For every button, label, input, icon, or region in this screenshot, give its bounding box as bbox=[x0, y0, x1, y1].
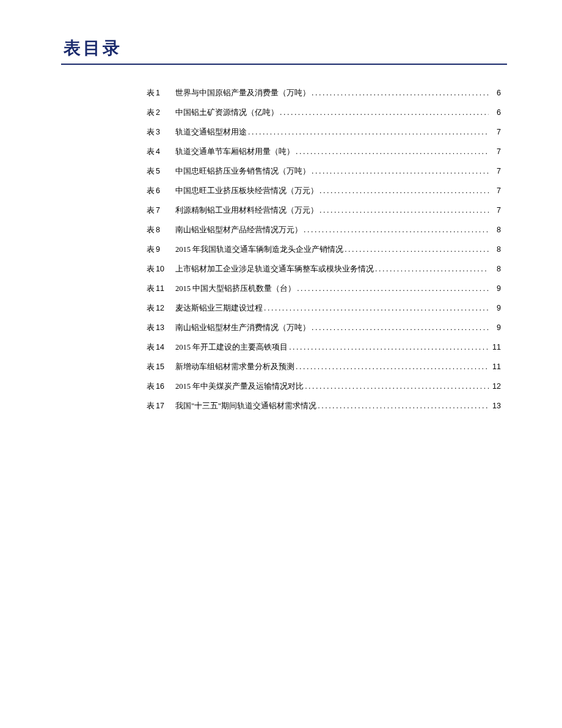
toc-entry-number: 12 bbox=[156, 304, 164, 312]
toc-entry-title: 2015 年开工建设的主要高铁项目 bbox=[175, 344, 288, 351]
toc-entry-page: 8 bbox=[490, 226, 501, 234]
toc-entry-page: 8 bbox=[490, 246, 501, 254]
toc-entry[interactable]: 表1世界与中国原铝产量及消费量（万吨）.....................… bbox=[147, 89, 501, 109]
toc-leader-dots: ........................................… bbox=[296, 148, 489, 156]
toc-entry-prefix: 表 bbox=[147, 363, 155, 371]
toc-entry-prefix: 表 bbox=[147, 324, 155, 332]
toc-entry[interactable]: 表6中国忠旺工业挤压板块经营情况（万元）....................… bbox=[147, 187, 501, 207]
toc-entry-title: 2015 年中美煤炭产量及运输情况对比 bbox=[175, 383, 304, 391]
toc-entry-prefix: 表 bbox=[147, 89, 155, 97]
toc-leader-dots: ........................................… bbox=[304, 226, 489, 234]
toc-entry-number: 4 bbox=[156, 148, 164, 156]
toc-entry-number: 7 bbox=[156, 207, 164, 215]
toc-entry-prefix: 表 bbox=[147, 187, 155, 195]
toc-entry-prefix: 表 bbox=[147, 265, 155, 273]
toc-heading: 表目录 bbox=[61, 37, 507, 60]
toc-leader-dots: ........................................… bbox=[280, 109, 489, 117]
toc-entry-prefix: 表 bbox=[147, 148, 155, 156]
toc-entry[interactable]: 表3轨道交通铝型材用途.............................… bbox=[147, 128, 501, 148]
toc-entry[interactable]: 表15新增动车组铝材需求量分析及预测......................… bbox=[147, 363, 501, 383]
toc-entry-number: 14 bbox=[156, 344, 164, 351]
toc-leader-dots: ........................................… bbox=[248, 128, 489, 136]
toc-leader-dots: ........................................… bbox=[319, 207, 489, 215]
toc-entry[interactable]: 表13南山铝业铝型材生产消费情况（万吨）....................… bbox=[147, 324, 501, 344]
toc-entry-title: 轨道交通铝型材用途 bbox=[175, 128, 247, 136]
toc-entry-title: 麦达斯铝业三期建设过程 bbox=[175, 304, 263, 312]
toc-entry-title: 中国忠旺铝挤压业务销售情况（万吨） bbox=[175, 167, 310, 175]
toc-entry-title: 2015 中国大型铝挤压机数量（台） bbox=[175, 285, 296, 293]
toc-entry-page: 11 bbox=[490, 344, 501, 351]
toc-leader-dots: ........................................… bbox=[264, 304, 489, 312]
toc-entry-number: 17 bbox=[156, 402, 164, 410]
toc-entry[interactable]: 表162015 年中美煤炭产量及运输情况对比..................… bbox=[147, 383, 501, 402]
toc-entry[interactable]: 表142015 年开工建设的主要高铁项目....................… bbox=[147, 344, 501, 363]
toc-entry-title: 2015 年我国轨道交通车辆制造龙头企业产销情况 bbox=[175, 246, 343, 254]
toc-entry[interactable]: 表5中国忠旺铝挤压业务销售情况（万吨）.....................… bbox=[147, 167, 501, 187]
toc-entry-title: 南山铝业铝型材产品经营情况万元） bbox=[175, 226, 302, 234]
toc-entry[interactable]: 表92015 年我国轨道交通车辆制造龙头企业产销情况..............… bbox=[147, 246, 501, 265]
toc-entry-number: 11 bbox=[156, 285, 164, 293]
toc-entry[interactable]: 表8南山铝业铝型材产品经营情况万元）......................… bbox=[147, 226, 501, 246]
toc-entry[interactable]: 表112015 中国大型铝挤压机数量（台）...................… bbox=[147, 285, 501, 304]
toc-entry-prefix: 表 bbox=[147, 344, 155, 351]
toc-entry-number: 15 bbox=[156, 363, 164, 371]
toc-entry[interactable]: 表17我国"十三五"期间轨道交通铝材需求情况..................… bbox=[147, 402, 501, 422]
toc-leader-dots: ........................................… bbox=[319, 187, 489, 195]
toc-entry-prefix: 表 bbox=[147, 167, 155, 175]
toc-entry[interactable]: 表12麦达斯铝业三期建设过程..........................… bbox=[147, 304, 501, 324]
toc-entry-title: 我国"十三五"期间轨道交通铝材需求情况 bbox=[175, 402, 316, 410]
toc-entry-prefix: 表 bbox=[147, 304, 155, 312]
toc-entry-title: 中国忠旺工业挤压板块经营情况（万元） bbox=[175, 187, 318, 195]
toc-leader-dots: ........................................… bbox=[305, 383, 489, 391]
toc-entry-prefix: 表 bbox=[147, 285, 155, 293]
toc-entry-prefix: 表 bbox=[147, 207, 155, 215]
toc-entry-page: 7 bbox=[490, 187, 501, 195]
toc-entry-number: 2 bbox=[156, 109, 164, 117]
toc-leader-dots: ........................................… bbox=[345, 246, 489, 254]
toc-entry-number: 5 bbox=[156, 167, 164, 175]
toc-entry-page: 6 bbox=[490, 109, 501, 117]
toc-entry-title: 利源精制铝工业用材料经营情况（万元） bbox=[175, 207, 318, 215]
toc-leader-dots: ........................................… bbox=[312, 324, 489, 332]
toc-entry-number: 6 bbox=[156, 187, 164, 195]
toc-entry-prefix: 表 bbox=[147, 402, 155, 410]
heading-divider bbox=[61, 64, 507, 65]
toc-entry-title: 南山铝业铝型材生产消费情况（万吨） bbox=[175, 324, 310, 332]
toc-entry-page: 13 bbox=[490, 402, 501, 410]
toc-leader-dots: ........................................… bbox=[296, 363, 489, 371]
table-of-contents: 表1世界与中国原铝产量及消费量（万吨）.....................… bbox=[61, 89, 507, 422]
toc-entry-number: 13 bbox=[156, 324, 164, 332]
toc-entry-number: 9 bbox=[156, 246, 164, 254]
toc-entry-page: 7 bbox=[490, 207, 501, 215]
toc-entry[interactable]: 表4轨道交通单节车厢铝材用量（吨）.......................… bbox=[147, 148, 501, 167]
toc-entry-number: 8 bbox=[156, 226, 164, 234]
toc-entry-title: 轨道交通单节车厢铝材用量（吨） bbox=[175, 148, 294, 156]
toc-entry-number: 10 bbox=[156, 265, 164, 273]
toc-entry[interactable]: 表2中国铝土矿资源情况（亿吨）.........................… bbox=[147, 109, 501, 128]
toc-leader-dots: ........................................… bbox=[312, 167, 489, 175]
toc-leader-dots: ........................................… bbox=[375, 265, 489, 273]
toc-entry-title: 中国铝土矿资源情况（亿吨） bbox=[175, 109, 279, 117]
toc-leader-dots: ........................................… bbox=[318, 402, 489, 410]
toc-entry-page: 9 bbox=[490, 324, 501, 332]
toc-entry-page: 7 bbox=[490, 167, 501, 175]
toc-entry-prefix: 表 bbox=[147, 128, 155, 136]
toc-entry-title: 世界与中国原铝产量及消费量（万吨） bbox=[175, 89, 310, 97]
toc-leader-dots: ........................................… bbox=[312, 89, 489, 97]
toc-entry-page: 9 bbox=[490, 285, 501, 293]
toc-entry-title: 新增动车组铝材需求量分析及预测 bbox=[175, 363, 294, 371]
toc-entry-prefix: 表 bbox=[147, 226, 155, 234]
toc-entry[interactable]: 表10上市铝材加工企业涉足轨道交通车辆整车或模块业务情况............… bbox=[147, 265, 501, 285]
toc-entry-number: 1 bbox=[156, 89, 164, 97]
toc-entry-page: 9 bbox=[490, 304, 501, 312]
toc-entry-page: 11 bbox=[490, 363, 501, 371]
toc-leader-dots: ........................................… bbox=[289, 344, 489, 351]
toc-entry-title: 上市铝材加工企业涉足轨道交通车辆整车或模块业务情况 bbox=[175, 265, 374, 273]
toc-entry-page: 7 bbox=[490, 128, 501, 136]
toc-entry-page: 7 bbox=[490, 148, 501, 156]
toc-entry-page: 12 bbox=[490, 383, 501, 391]
toc-entry-prefix: 表 bbox=[147, 246, 155, 254]
toc-entry-page: 8 bbox=[490, 265, 501, 273]
toc-entry[interactable]: 表7利源精制铝工业用材料经营情况（万元）....................… bbox=[147, 207, 501, 226]
toc-entry-number: 3 bbox=[156, 128, 164, 136]
